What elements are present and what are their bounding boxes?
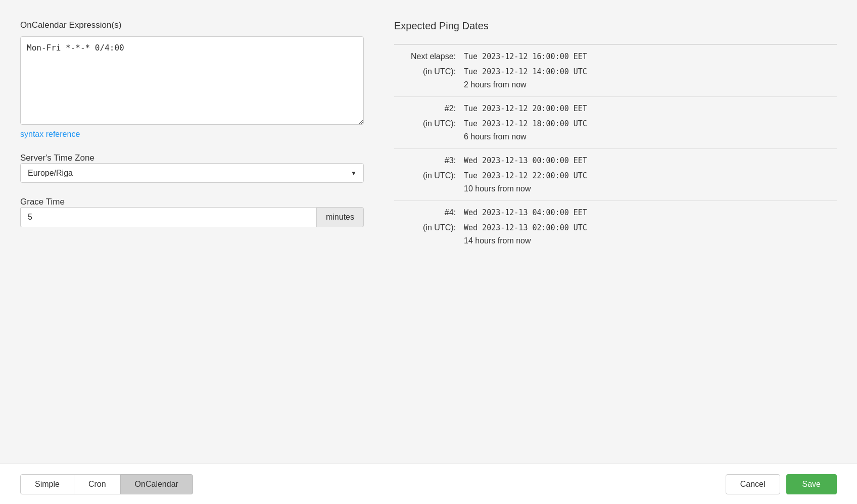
entry-utc-label: (in UTC): — [394, 168, 460, 183]
grace-time-input-wrapper: minutes — [20, 207, 364, 227]
entry-relative: 14 hours from now — [460, 235, 837, 253]
entry-utc: Wed 2023-12-13 02:00:00 UTC — [460, 220, 837, 235]
table-row: #4: Wed 2023-12-13 04:00:00 EET — [394, 201, 837, 221]
tab-cron[interactable]: Cron — [74, 474, 121, 494]
tab-buttons: Simple Cron OnCalendar — [20, 474, 193, 494]
table-row: (in UTC): Wed 2023-12-13 02:00:00 UTC — [394, 220, 837, 235]
right-panel: Expected Ping Dates Next elapse: Tue 202… — [394, 20, 837, 453]
entry-relative-spacer — [394, 79, 460, 97]
entry-relative: 6 hours from now — [460, 131, 837, 149]
table-row: 6 hours from now — [394, 131, 837, 149]
entry-utc-label: (in UTC): — [394, 64, 460, 79]
entry-local: Tue 2023-12-12 16:00:00 EET — [460, 45, 837, 65]
entry-utc: Tue 2023-12-12 18:00:00 UTC — [460, 116, 837, 131]
table-row: #3: Wed 2023-12-13 00:00:00 EET — [394, 149, 837, 169]
timezone-select-wrapper: Europe/Riga UTC America/New_York America… — [20, 163, 364, 183]
tab-oncalendar[interactable]: OnCalendar — [120, 474, 193, 494]
footer: Simple Cron OnCalendar Cancel Save — [0, 464, 857, 504]
entry-label: #3: — [394, 149, 460, 169]
entry-relative-spacer — [394, 235, 460, 253]
expression-textarea[interactable]: Mon-Fri *-*-* 0/4:00 — [20, 36, 364, 125]
entry-utc: Tue 2023-12-12 14:00:00 UTC — [460, 64, 837, 79]
tab-simple[interactable]: Simple — [20, 474, 74, 494]
expression-label: OnCalendar Expression(s) — [20, 20, 364, 30]
table-row: (in UTC): Tue 2023-12-12 18:00:00 UTC — [394, 116, 837, 131]
entry-label: Next elapse: — [394, 45, 460, 65]
left-panel: OnCalendar Expression(s) Mon-Fri *-*-* 0… — [20, 20, 364, 453]
expected-ping-dates-title: Expected Ping Dates — [394, 20, 837, 36]
entry-local: Tue 2023-12-12 20:00:00 EET — [460, 97, 837, 117]
grace-time-input[interactable] — [20, 207, 316, 227]
table-row: (in UTC): Tue 2023-12-12 22:00:00 UTC — [394, 168, 837, 183]
entry-relative: 2 hours from now — [460, 79, 837, 97]
ping-dates-table: Next elapse: Tue 2023-12-12 16:00:00 EET… — [394, 44, 837, 253]
grace-time-section: Grace Time minutes — [20, 197, 364, 227]
entry-utc: Tue 2023-12-12 22:00:00 UTC — [460, 168, 837, 183]
timezone-label: Server's Time Zone — [20, 153, 94, 163]
save-button[interactable]: Save — [786, 474, 837, 494]
table-row: 14 hours from now — [394, 235, 837, 253]
table-row: (in UTC): Tue 2023-12-12 14:00:00 UTC — [394, 64, 837, 79]
entry-relative: 10 hours from now — [460, 183, 837, 201]
entry-label: #2: — [394, 97, 460, 117]
timezone-section: Server's Time Zone Europe/Riga UTC Ameri… — [20, 153, 364, 183]
entry-local: Wed 2023-12-13 00:00:00 EET — [460, 149, 837, 169]
entry-utc-label: (in UTC): — [394, 116, 460, 131]
timezone-select[interactable]: Europe/Riga UTC America/New_York America… — [20, 163, 364, 183]
entry-local: Wed 2023-12-13 04:00:00 EET — [460, 201, 837, 221]
grace-time-label: Grace Time — [20, 197, 65, 207]
grace-time-unit-label: minutes — [316, 207, 364, 227]
table-row: 10 hours from now — [394, 183, 837, 201]
table-row: #2: Tue 2023-12-12 20:00:00 EET — [394, 97, 837, 117]
entry-relative-spacer — [394, 131, 460, 149]
cancel-button[interactable]: Cancel — [726, 474, 780, 494]
entry-label: #4: — [394, 201, 460, 221]
table-row: 2 hours from now — [394, 79, 837, 97]
syntax-reference-link[interactable]: syntax reference — [20, 130, 364, 139]
entry-utc-label: (in UTC): — [394, 220, 460, 235]
table-row: Next elapse: Tue 2023-12-12 16:00:00 EET — [394, 45, 837, 65]
footer-right: Cancel Save — [726, 474, 837, 494]
entry-relative-spacer — [394, 183, 460, 201]
